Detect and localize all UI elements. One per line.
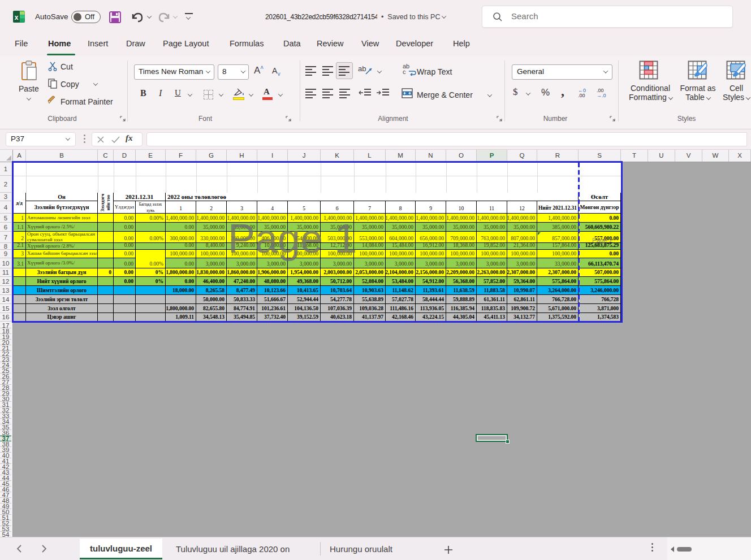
- svg-text:x: x: [15, 14, 19, 21]
